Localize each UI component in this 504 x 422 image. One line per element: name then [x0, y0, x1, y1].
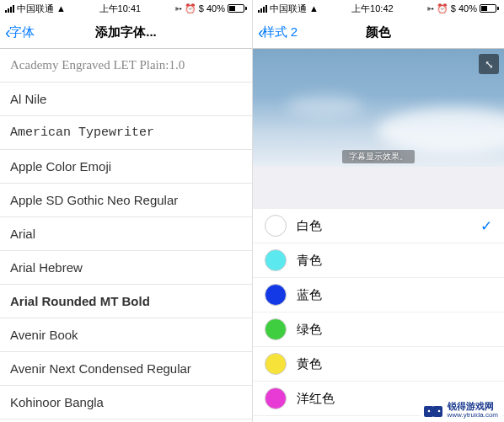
- color-label: 白色: [297, 218, 322, 234]
- font-row[interactable]: Al Nile: [0, 83, 252, 116]
- font-row[interactable]: Apple Color Emoji: [0, 150, 252, 184]
- color-row[interactable]: 青色: [253, 243, 504, 278]
- signal-icon: [258, 5, 267, 13]
- expand-button[interactable]: ⤡: [479, 54, 499, 74]
- font-row[interactable]: Arial Rounded MT Bold: [0, 285, 252, 318]
- status-time: 上午10:41: [99, 3, 142, 15]
- preview-caption: 字幕显示效果。: [342, 150, 415, 163]
- status-time: 上午10:42: [351, 3, 394, 15]
- color-row[interactable]: 黄色: [253, 347, 504, 382]
- battery-percent: 40%: [206, 3, 225, 13]
- svg-point-0: [427, 410, 430, 413]
- screen-color-picker: 中国联通 ▲ 上午10:42 ➳ ⏰ $ 40% ‹ 样式 2 颜色 ⤡: [252, 0, 504, 422]
- nav-back-label: 样式 2: [262, 24, 298, 40]
- carrier-label: 中国联通: [17, 3, 54, 15]
- color-row[interactable]: 绿色: [253, 312, 504, 347]
- status-bar: 中国联通 ▲ 上午10:41 ➳ ⏰ $ 40%: [0, 0, 252, 17]
- font-row[interactable]: Avenir Book: [0, 318, 252, 352]
- nav-back-label: 字体: [9, 24, 35, 40]
- color-label: 黄色: [297, 356, 322, 372]
- watermark-title: 锐得游戏网: [448, 402, 498, 412]
- alarm-icon: ⏰: [437, 3, 448, 14]
- subtitle-preview: ⤡ 字幕显示效果。: [253, 49, 504, 167]
- font-row[interactable]: Academy Engraved LET Plain:1.0: [0, 49, 252, 83]
- font-row[interactable]: Arial: [0, 217, 252, 251]
- watermark: 锐得游戏网 www.ytruida.com: [420, 400, 502, 420]
- expand-icon: ⤡: [485, 58, 494, 71]
- color-label: 洋红色: [297, 391, 335, 407]
- color-swatch: [265, 284, 287, 306]
- bluetooth-icon: $: [451, 3, 456, 13]
- location-icon: ➳: [174, 3, 182, 14]
- battery-icon: [480, 4, 499, 13]
- color-swatch: [265, 387, 287, 409]
- section-gap: [253, 167, 504, 209]
- svg-point-1: [437, 410, 440, 413]
- font-row[interactable]: Kohinoor Bangla: [0, 386, 252, 419]
- nav-back-button[interactable]: ‹ 样式 2: [258, 23, 298, 42]
- wifi-icon: ▲: [309, 3, 319, 13]
- color-label: 青色: [297, 253, 322, 269]
- watermark-url: www.ytruida.com: [448, 412, 498, 419]
- watermark-logo-icon: [424, 403, 444, 418]
- color-row[interactable]: 蓝色: [253, 278, 504, 312]
- carrier-label: 中国联通: [270, 3, 307, 15]
- nav-title: 颜色: [366, 24, 391, 40]
- color-swatch: [265, 318, 287, 340]
- battery-percent: 40%: [458, 3, 477, 13]
- color-label: 蓝色: [297, 287, 322, 303]
- color-label: 绿色: [297, 322, 322, 338]
- checkmark-icon: ✓: [480, 217, 492, 235]
- color-swatch: [265, 353, 287, 375]
- location-icon: ➳: [426, 3, 434, 14]
- nav-title: 添加字体...: [95, 24, 157, 40]
- font-list[interactable]: Academy Engraved LET Plain:1.0 Al Nile A…: [0, 49, 252, 422]
- color-swatch: [265, 249, 287, 271]
- nav-bar: ‹ 样式 2 颜色: [253, 17, 504, 49]
- signal-icon: [5, 5, 14, 13]
- color-swatch: [265, 215, 287, 237]
- screen-font-picker: 中国联通 ▲ 上午10:41 ➳ ⏰ $ 40% ‹ 字体 添加字体... Ac…: [0, 0, 252, 422]
- font-row[interactable]: Arial Hebrew: [0, 251, 252, 285]
- font-row[interactable]: Apple SD Gothic Neo Regular: [0, 184, 252, 217]
- color-list[interactable]: 白色✓青色蓝色绿色黄色洋红色红色: [253, 209, 504, 422]
- nav-bar: ‹ 字体 添加字体...: [0, 17, 252, 49]
- font-row[interactable]: Avenir Next Condensed Regular: [0, 352, 252, 386]
- bluetooth-icon: $: [199, 3, 204, 13]
- alarm-icon: ⏰: [185, 3, 196, 14]
- status-bar: 中国联通 ▲ 上午10:42 ➳ ⏰ $ 40%: [253, 0, 504, 17]
- font-row[interactable]: American Typewriter: [0, 116, 252, 150]
- battery-icon: [228, 4, 247, 13]
- wifi-icon: ▲: [56, 3, 66, 13]
- color-row[interactable]: 白色✓: [253, 209, 504, 243]
- nav-back-button[interactable]: ‹ 字体: [5, 23, 35, 42]
